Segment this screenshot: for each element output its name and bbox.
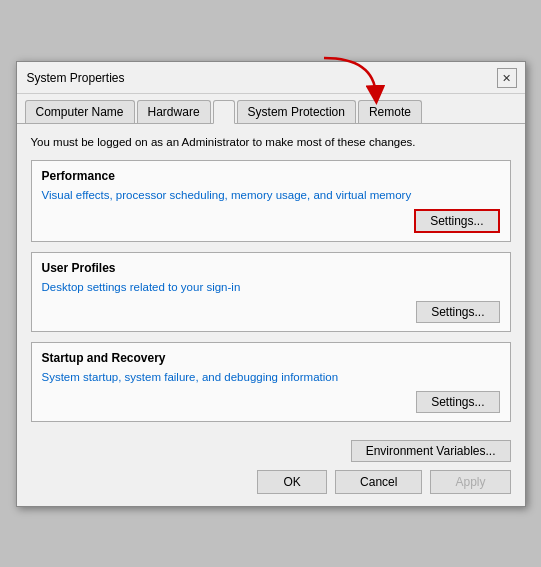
tab-system-protection[interactable]: System Protection	[237, 100, 356, 123]
performance-settings-button[interactable]: Settings...	[414, 209, 499, 233]
startup-recovery-title: Startup and Recovery	[42, 351, 500, 365]
user-profiles-section: User Profiles Desktop settings related t…	[31, 252, 511, 332]
performance-settings-row: Settings...	[42, 209, 500, 233]
startup-recovery-section: Startup and Recovery System startup, sys…	[31, 342, 511, 422]
tab-advanced[interactable]	[213, 100, 235, 124]
apply-button[interactable]: Apply	[430, 470, 510, 494]
user-profiles-title: User Profiles	[42, 261, 500, 275]
dialog-buttons: OK Cancel Apply	[31, 470, 511, 494]
env-variables-button[interactable]: Environment Variables...	[351, 440, 511, 462]
window-title: System Properties	[27, 71, 125, 85]
ok-button[interactable]: OK	[257, 470, 327, 494]
tab-hardware[interactable]: Hardware	[137, 100, 211, 123]
user-profiles-settings-row: Settings...	[42, 301, 500, 323]
performance-section: Performance Visual effects, processor sc…	[31, 160, 511, 242]
user-profiles-settings-button[interactable]: Settings...	[416, 301, 499, 323]
user-profiles-desc: Desktop settings related to your sign-in	[42, 281, 500, 293]
startup-recovery-desc: System startup, system failure, and debu…	[42, 371, 500, 383]
env-variables-row: Environment Variables...	[31, 440, 511, 462]
system-properties-dialog: System Properties ✕ Computer Name Hardwa…	[16, 61, 526, 507]
footer-area: Environment Variables... OK Cancel Apply	[17, 432, 525, 506]
tab-bar: Computer Name Hardware System Protection…	[17, 94, 525, 124]
performance-desc: Visual effects, processor scheduling, me…	[42, 189, 500, 201]
close-button[interactable]: ✕	[497, 68, 517, 88]
startup-recovery-settings-row: Settings...	[42, 391, 500, 413]
cancel-button[interactable]: Cancel	[335, 470, 422, 494]
admin-info-text: You must be logged on as an Administrato…	[31, 134, 511, 150]
startup-recovery-settings-button[interactable]: Settings...	[416, 391, 499, 413]
performance-title: Performance	[42, 169, 500, 183]
content-area: You must be logged on as an Administrato…	[17, 124, 525, 432]
title-buttons: ✕	[497, 68, 517, 88]
tab-computer-name[interactable]: Computer Name	[25, 100, 135, 123]
tab-remote[interactable]: Remote	[358, 100, 422, 123]
title-bar: System Properties ✕	[17, 62, 525, 94]
